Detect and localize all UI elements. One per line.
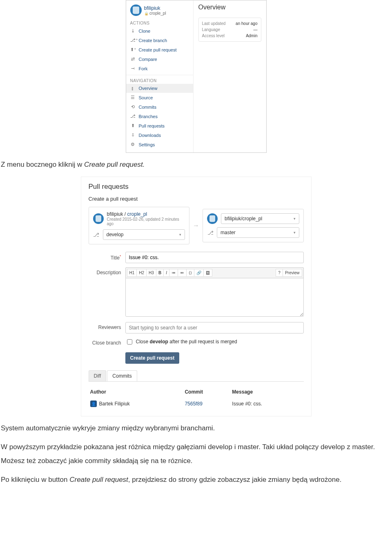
toolbar-button[interactable]: H2 [136, 269, 147, 277]
reviewers-input[interactable] [125, 322, 304, 333]
sidebar-action-item[interactable]: ⤓Clone [126, 26, 193, 36]
action-icon: ⤙ [130, 66, 136, 71]
pull-request-screenshot: Pull requests Create a pull request bfil… [81, 177, 312, 416]
nav-label: Pull requests [139, 123, 165, 128]
title-input[interactable] [125, 252, 304, 263]
close-branch-label: Close branch [89, 338, 125, 346]
commit-message: Issue #0: css. [230, 399, 303, 409]
sidebar-nav-item[interactable]: ⇩Downloads [126, 130, 193, 140]
toolbar-button[interactable]: ? [276, 269, 283, 277]
reviewers-label: Reviewers [89, 322, 125, 333]
doc-paragraph: Z menu bocznego kliknij w Create pull re… [0, 158, 392, 172]
avatar [93, 213, 104, 224]
arrow-icon: → [193, 222, 199, 229]
target-repo-box: bfilipiuk/crople_pl ▾ ⎇ master ▾ [203, 209, 304, 242]
username[interactable]: bfilipiuk [144, 5, 166, 11]
summary-row: Language— [202, 27, 258, 33]
avatar [130, 4, 142, 16]
toolbar-button[interactable]: 🖼 [203, 269, 212, 277]
divider [126, 75, 193, 75]
nav-header: NAVIGATION [126, 77, 193, 84]
toolbar-button[interactable]: 🔗 [194, 269, 204, 277]
table-row: 👤Bartek Filipiuk7565f89Issue #0: css. [89, 399, 304, 409]
nav-label: Source [139, 95, 153, 100]
repo-name: crople_pl [144, 11, 166, 16]
page-title: Overview [198, 4, 261, 11]
action-label: Create branch [139, 38, 167, 43]
nav-icon: ⎇ [130, 114, 136, 119]
toolbar-button[interactable]: H3 [146, 269, 156, 277]
nav-icon: ☰ [130, 95, 136, 100]
source-branch-select[interactable]: develop ▾ [103, 229, 185, 240]
source-repo-path: bfilipiuk / crople_pl [107, 211, 185, 217]
target-branch-select[interactable]: master ▾ [217, 227, 299, 238]
action-icon: ⤓ [130, 28, 136, 34]
toolbar-button[interactable]: I [163, 269, 169, 277]
action-icon: ⎇⁺ [130, 38, 136, 43]
description-label: Description [89, 267, 125, 318]
toolbar-button[interactable]: H1 [127, 269, 137, 277]
sidebar-nav-item[interactable]: ⬆Pull requests [126, 121, 193, 130]
main-panel: Overview Last updatedan hour agoLanguage… [194, 0, 266, 152]
author-cell: 👤Bartek Filipiuk [90, 401, 182, 407]
nav-icon: ⫿ [130, 86, 136, 91]
toolbar-button[interactable]: ⟨⟩ [186, 269, 194, 277]
doc-paragraph: W powyższym przykładzie pokazana jest ró… [0, 440, 392, 468]
doc-paragraph: Po kliknięciu w button Create pull reque… [0, 473, 392, 487]
action-label: Fork [139, 66, 148, 71]
toolbar-button[interactable]: ≔ [169, 269, 178, 277]
toolbar-button[interactable]: Preview [283, 269, 302, 277]
nav-icon: ⇩ [130, 132, 136, 138]
close-branch-checkbox[interactable] [127, 339, 132, 345]
branch-icon: ⎇ [207, 230, 214, 236]
commit-hash[interactable]: 7565f89 [185, 401, 202, 407]
close-branch-text: Close develop after the pull request is … [136, 339, 237, 345]
editor-toolbar: H1H2H3BI≔≕⟨⟩🔗🖼?Preview [125, 267, 304, 278]
action-icon: ⇄ [130, 56, 136, 62]
repo-header: bfilipiuk crople_pl [126, 2, 193, 19]
actions-header: ACTIONS [126, 19, 193, 26]
commits-table: AuthorCommitMessage 👤Bartek Filipiuk7565… [89, 387, 304, 409]
nav-label: Branches [139, 114, 158, 119]
tab-diff[interactable]: Diff [89, 370, 107, 381]
avatar [207, 213, 218, 224]
target-repo-select[interactable]: bfilipiuk/crople_pl ▾ [221, 213, 299, 224]
tab-commits[interactable]: Commits [107, 370, 137, 381]
overview-screenshot: bfilipiuk crople_pl ACTIONS ⤓Clone⎇⁺Crea… [126, 0, 267, 153]
source-repo-link[interactable]: crople_pl [127, 211, 147, 217]
action-label: Clone [139, 29, 151, 34]
nav-icon: ⚙ [130, 142, 136, 147]
action-icon: ⬆⁺ [130, 47, 136, 52]
nav-icon: ⬆ [130, 123, 136, 128]
description-textarea[interactable] [125, 278, 304, 317]
author-badge-icon: 👤 [90, 401, 97, 407]
tabs: DiffCommits [89, 370, 304, 382]
column-header: Commit [183, 387, 230, 399]
page-heading: Pull requests [89, 183, 304, 191]
compare-panel: bfilipiuk / crople_pl Created 2015-02-26… [89, 207, 304, 244]
chevron-down-icon: ▾ [179, 233, 181, 237]
branch-icon: ⎇ [93, 232, 100, 238]
sidebar-nav-item[interactable]: ⚙Settings [126, 140, 193, 149]
sidebar-action-item[interactable]: ⬆⁺Create pull request [126, 45, 193, 54]
nav-label: Downloads [139, 133, 161, 138]
nav-label: Settings [139, 142, 155, 147]
summary-card: Last updatedan hour agoLanguage—Access l… [198, 18, 261, 42]
action-label: Compare [139, 57, 157, 62]
sidebar-nav-item[interactable]: ⫿Overview [126, 84, 193, 93]
source-repo-meta: Created 2015-02-26, updated 2 minutes ag… [107, 217, 185, 226]
sidebar-action-item[interactable]: ⇄Compare [126, 54, 193, 64]
nav-label: Overview [139, 86, 158, 91]
toolbar-button[interactable]: B [156, 269, 164, 277]
create-pull-request-button[interactable]: Create pull request [125, 352, 180, 364]
source-repo-box: bfilipiuk / crople_pl Created 2015-02-26… [89, 207, 190, 244]
title-label: Title* [89, 252, 125, 263]
sidebar-nav-item[interactable]: ⟲Commits [126, 102, 193, 112]
sidebar-nav-item[interactable]: ⎇Branches [126, 112, 193, 121]
summary-row: Last updatedan hour ago [202, 20, 258, 27]
sidebar-action-item[interactable]: ⤙Fork [126, 64, 193, 73]
sidebar-nav-item[interactable]: ☰Source [126, 93, 193, 102]
sidebar-action-item[interactable]: ⎇⁺Create branch [126, 36, 193, 45]
nav-label: Commits [139, 105, 156, 110]
toolbar-button[interactable]: ≕ [178, 269, 187, 277]
